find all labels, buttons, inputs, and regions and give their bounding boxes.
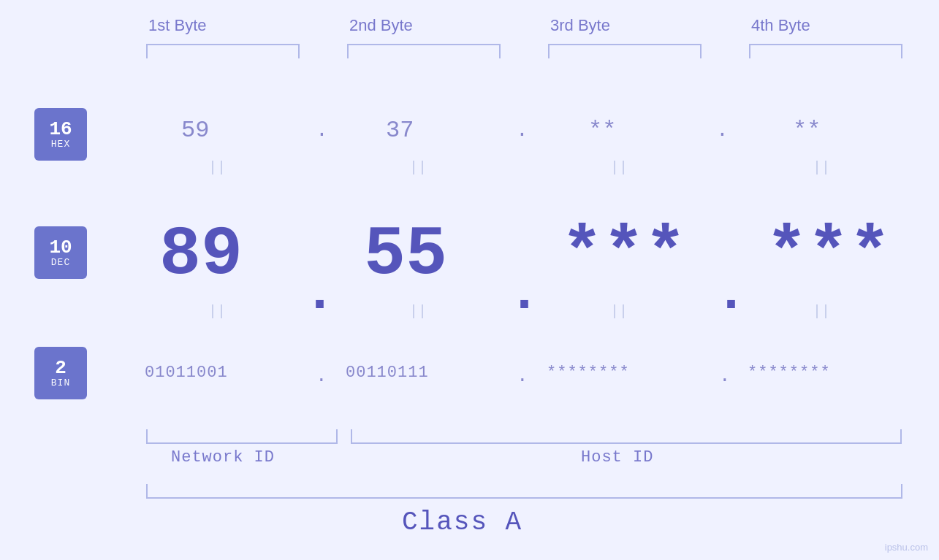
dec-badge-number: 10 bbox=[49, 238, 72, 257]
byte2-header: 2nd Byte bbox=[349, 16, 413, 35]
dec-byte1-value: 89 bbox=[159, 215, 243, 294]
hex-badge-number: 16 bbox=[49, 120, 72, 139]
hex-byte2-value: 37 bbox=[386, 117, 414, 144]
hex-dot-2: . bbox=[516, 119, 528, 142]
sep-hex-3: || bbox=[610, 159, 628, 176]
hex-dot-3: . bbox=[716, 119, 729, 142]
top-bracket-1 bbox=[146, 44, 300, 58]
dec-badge-label: DEC bbox=[51, 257, 70, 268]
bin-dot-2: . bbox=[517, 365, 528, 387]
hex-byte1-value: 59 bbox=[181, 117, 209, 144]
dec-dot-2: . bbox=[508, 263, 541, 325]
bin-byte4-value: ******** bbox=[748, 364, 831, 382]
bin-byte2-value: 00110111 bbox=[346, 364, 429, 382]
sep-dec-4: || bbox=[813, 303, 830, 320]
hex-byte3-value: ** bbox=[588, 117, 616, 144]
class-bracket bbox=[146, 484, 902, 499]
network-id-label: Network ID bbox=[171, 448, 275, 467]
dec-byte2-value: 55 bbox=[364, 215, 447, 294]
bin-byte1-value: 01011001 bbox=[145, 364, 228, 382]
top-bracket-3 bbox=[548, 44, 702, 58]
watermark: ipshu.com bbox=[885, 542, 928, 553]
bin-badge-number: 2 bbox=[55, 358, 66, 377]
ip-diagram: 1st Byte 2nd Byte 3rd Byte 4th Byte 16 H… bbox=[0, 0, 939, 560]
network-id-bracket bbox=[146, 429, 338, 444]
bin-dot-1: . bbox=[316, 365, 327, 387]
hex-byte4-value: ** bbox=[793, 117, 821, 144]
sep-hex-1: || bbox=[208, 159, 226, 176]
sep-hex-2: || bbox=[409, 159, 427, 176]
host-id-bracket bbox=[351, 429, 902, 444]
byte4-header: 4th Byte bbox=[751, 16, 810, 35]
hex-badge-label: HEX bbox=[51, 139, 70, 150]
hex-dot-1: . bbox=[316, 119, 328, 142]
byte3-header: 3rd Byte bbox=[550, 16, 610, 35]
byte1-header: 1st Byte bbox=[148, 16, 206, 35]
bin-badge: 2 BIN bbox=[34, 347, 87, 399]
class-label: Class A bbox=[402, 507, 522, 537]
sep-dec-2: || bbox=[409, 303, 427, 320]
sep-hex-4: || bbox=[813, 159, 830, 176]
sep-dec-3: || bbox=[610, 303, 628, 320]
dec-dot-3: . bbox=[715, 263, 748, 325]
dec-byte4-value: *** bbox=[766, 215, 891, 294]
top-bracket-2 bbox=[347, 44, 501, 58]
bin-dot-3: . bbox=[719, 365, 731, 387]
sep-dec-1: || bbox=[208, 303, 226, 320]
bin-badge-label: BIN bbox=[51, 377, 70, 388]
dec-dot-1: . bbox=[303, 263, 336, 325]
dec-byte3-value: *** bbox=[561, 215, 686, 294]
top-bracket-4 bbox=[749, 44, 902, 58]
host-id-label: Host ID bbox=[581, 448, 653, 467]
hex-badge: 16 HEX bbox=[34, 108, 87, 161]
bin-byte3-value: ******** bbox=[547, 364, 630, 382]
dec-badge: 10 DEC bbox=[34, 226, 87, 279]
